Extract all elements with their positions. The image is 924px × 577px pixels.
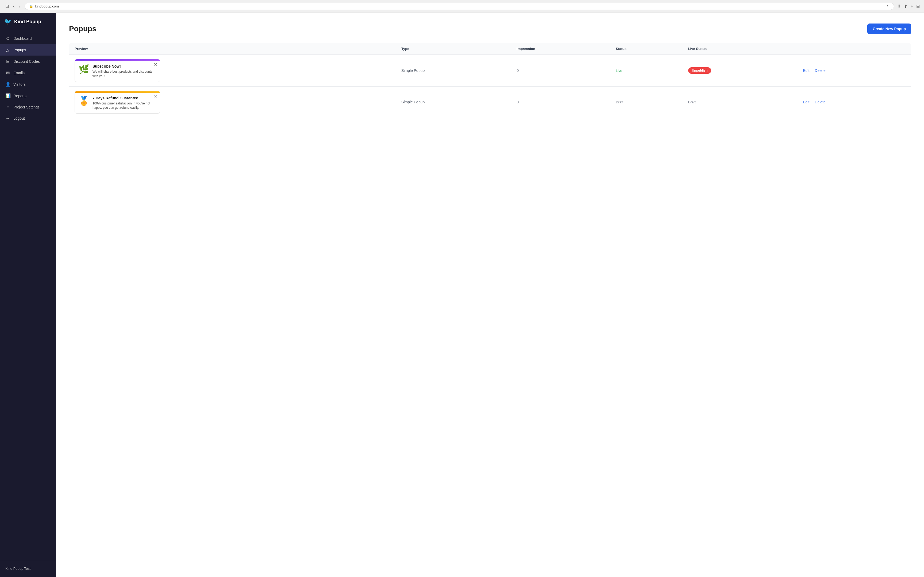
dashboard-icon: ⊙: [5, 36, 10, 41]
popups-table: Preview Type Impression Status Live Stat…: [69, 43, 911, 118]
col-actions: [798, 43, 911, 55]
sidebar-label-emails: Emails: [13, 71, 24, 75]
edit-button-1[interactable]: Edit: [803, 68, 809, 73]
sidebar-item-project-settings[interactable]: ≡ Project Settings: [0, 102, 56, 113]
sidebar-label-dashboard: Dashboard: [13, 36, 32, 40]
sidebar-item-dashboard[interactable]: ⊙ Dashboard: [0, 32, 56, 44]
page-header: Popups Create New Popup: [69, 24, 911, 34]
col-impression: Impression: [511, 43, 611, 55]
popup-preview-body-1: 🌿 Subscribe Now! We will share best prod…: [75, 61, 160, 82]
row-actions-1: Edit Delete: [803, 68, 906, 73]
discount-codes-icon: ⊞: [5, 59, 10, 64]
popup-preview-text-1: Subscribe Now! We will share best produc…: [92, 64, 156, 79]
sidebar-item-logout[interactable]: → Logout: [0, 113, 56, 124]
popup-preview-title-1: Subscribe Now!: [92, 64, 156, 68]
page-title: Popups: [69, 24, 97, 33]
share-btn[interactable]: ⬆: [904, 4, 908, 9]
delete-button-2[interactable]: Delete: [815, 100, 825, 104]
popup-preview-desc-2: 100% customer satisfaction! If you're no…: [92, 101, 156, 110]
table-header: Preview Type Impression Status Live Stat…: [69, 43, 911, 55]
sidebar-label-discount-codes: Discount Codes: [13, 59, 40, 64]
col-type: Type: [396, 43, 511, 55]
status-cell-2: Draft: [611, 86, 683, 118]
create-new-popup-button[interactable]: Create New Popup: [867, 24, 911, 34]
sidebar-item-discount-codes[interactable]: ⊞ Discount Codes: [0, 56, 56, 67]
forward-btn[interactable]: ›: [18, 3, 21, 10]
lock-icon: 🔒: [29, 5, 33, 8]
browser-actions: ⬇ ⬆ + ⊞: [897, 4, 920, 9]
reports-icon: 📊: [5, 93, 10, 98]
emails-icon: ✉: [5, 70, 10, 75]
popup-preview-2: 🏅 7 Days Refund Guarantee 100% customer …: [74, 91, 160, 114]
store-label: Kind Popup Test: [5, 567, 31, 571]
sidebar-item-visitors[interactable]: 👤 Visitors: [0, 79, 56, 90]
logo-text: Kind Popup: [14, 19, 41, 24]
sidebar-footer: Kind Popup Test: [0, 560, 56, 577]
popup-close-btn-1[interactable]: ✕: [154, 62, 157, 67]
sidebar: 🐦 Kind Popup ⊙ Dashboard △ Popups ⊞ Disc…: [0, 13, 56, 577]
col-preview: Preview: [69, 43, 396, 55]
sidebar-nav: ⊙ Dashboard △ Popups ⊞ Discount Codes ✉ …: [0, 31, 56, 560]
live-status-cell-2: Draft: [683, 86, 798, 118]
impression-cell-1: 0: [511, 55, 611, 87]
sidebar-label-popups: Popups: [13, 48, 26, 52]
col-status: Status: [611, 43, 683, 55]
unpublish-button-1[interactable]: Unpublish: [688, 67, 711, 74]
popup-preview-text-2: 7 Days Refund Guarantee 100% customer sa…: [92, 96, 156, 110]
refresh-icon: ↻: [887, 4, 890, 8]
url-text: kindpopup.com: [35, 4, 59, 8]
popup-close-btn-2[interactable]: ✕: [154, 94, 157, 99]
back-btn[interactable]: ‹: [12, 3, 16, 10]
address-bar[interactable]: 🔒 kindpopup.com ↻: [24, 3, 894, 10]
row-actions-2: Edit Delete: [803, 100, 906, 104]
sidebar-toggle-btn[interactable]: ⊡: [4, 3, 10, 10]
browser-chrome: ⊡ ‹ › 🔒 kindpopup.com ↻ ⬇ ⬆ + ⊞: [0, 0, 924, 13]
status-badge-live-1: Live: [616, 69, 622, 73]
logo-icon: 🐦: [4, 18, 11, 25]
status-cell-1: Live: [611, 55, 683, 87]
status-badge-draft-2: Draft: [616, 100, 623, 104]
popup-preview-1: 🌿 Subscribe Now! We will share best prod…: [74, 59, 160, 82]
edit-button-2[interactable]: Edit: [803, 100, 809, 104]
popup-preview-desc-1: We will share best products and discount…: [92, 69, 156, 79]
delete-button-1[interactable]: Delete: [815, 68, 825, 73]
popup-preview-title-2: 7 Days Refund Guarantee: [92, 96, 156, 100]
type-cell-1: Simple Popup: [396, 55, 511, 87]
sidebar-logo: 🐦 Kind Popup: [0, 13, 56, 31]
table-body: 🌿 Subscribe Now! We will share best prod…: [69, 55, 911, 118]
type-cell-2: Simple Popup: [396, 86, 511, 118]
popup-preview-body-2: 🏅 7 Days Refund Guarantee 100% customer …: [75, 93, 160, 114]
logout-icon: →: [5, 116, 10, 121]
actions-cell-2: Edit Delete: [798, 86, 911, 118]
popup-preview-icon-1: 🌿: [79, 64, 89, 74]
visitors-icon: 👤: [5, 82, 10, 87]
impression-cell-2: 0: [511, 86, 611, 118]
table-row: 🏅 7 Days Refund Guarantee 100% customer …: [69, 86, 911, 118]
new-tab-btn[interactable]: +: [911, 4, 913, 9]
browser-controls: ⊡ ‹ ›: [4, 3, 21, 10]
sidebar-item-emails[interactable]: ✉ Emails: [0, 67, 56, 79]
table-row: 🌿 Subscribe Now! We will share best prod…: [69, 55, 911, 87]
download-btn[interactable]: ⬇: [897, 4, 901, 9]
popups-icon: △: [5, 47, 10, 52]
live-status-draft-2: Draft: [688, 100, 696, 104]
sidebar-item-reports[interactable]: 📊 Reports: [0, 90, 56, 102]
preview-cell-1: 🌿 Subscribe Now! We will share best prod…: [69, 55, 396, 87]
grid-btn[interactable]: ⊞: [916, 4, 920, 9]
project-settings-icon: ≡: [5, 105, 10, 110]
live-status-cell-1: Unpublish: [683, 55, 798, 87]
sidebar-store-name: Kind Popup Test: [4, 564, 52, 573]
actions-cell-1: Edit Delete: [798, 55, 911, 87]
sidebar-item-popups[interactable]: △ Popups: [0, 44, 56, 56]
app-layout: 🐦 Kind Popup ⊙ Dashboard △ Popups ⊞ Disc…: [0, 13, 924, 577]
sidebar-label-project-settings: Project Settings: [13, 105, 40, 109]
sidebar-label-reports: Reports: [13, 94, 26, 98]
col-live-status: Live Status: [683, 43, 798, 55]
preview-cell-2: 🏅 7 Days Refund Guarantee 100% customer …: [69, 86, 396, 118]
sidebar-label-visitors: Visitors: [13, 82, 26, 87]
popup-preview-icon-2: 🏅: [79, 96, 89, 106]
sidebar-label-logout: Logout: [13, 116, 25, 121]
main-content: Popups Create New Popup Preview Type Imp…: [56, 13, 924, 577]
